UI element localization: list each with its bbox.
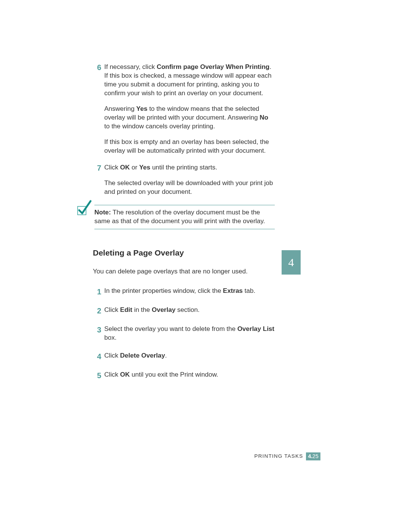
step-paragraph: Click OK or Yes until the printing start… (104, 163, 275, 172)
step-paragraph: Click Edit in the Overlay section. (104, 306, 275, 315)
step-paragraph: If necessary, click Confirm page Overlay… (104, 63, 275, 98)
step-body: In the printer properties window, click … (104, 287, 275, 297)
note-text: Note: The resolution of the overlay docu… (94, 205, 275, 229)
step-number: 5 (93, 371, 101, 380)
step-number: 7 (93, 163, 101, 197)
step-number: 2 (93, 306, 101, 316)
step-body: Click OK or Yes until the printing start… (104, 163, 275, 197)
step-number: 4 (93, 351, 101, 361)
note-block: Note: The resolution of the overlay docu… (93, 205, 275, 229)
step: 5Click OK until you exit the Print windo… (93, 371, 275, 380)
step-body: Click Delete Overlay. (104, 351, 275, 361)
section-heading: Deleting a Page Overlay (93, 248, 275, 258)
footer-page-number: 4.25 (306, 452, 320, 460)
step: 4Click Delete Overlay. (93, 351, 275, 361)
page-footer: PRINTING TASKS 4.25 (0, 452, 411, 460)
step-paragraph: Select the overlay you want to delete fr… (104, 325, 275, 342)
step: 3Select the overlay you want to delete f… (93, 325, 275, 342)
checkmark-icon (77, 200, 92, 216)
step: 2Click Edit in the Overlay section. (93, 306, 275, 316)
step-paragraph: In the printer properties window, click … (104, 287, 275, 296)
step-paragraph: The selected overlay will be downloaded … (104, 179, 275, 197)
step: 6If necessary, click Confirm page Overla… (93, 63, 275, 155)
step: 1In the printer properties window, click… (93, 287, 275, 297)
step-number: 1 (93, 287, 101, 297)
step-paragraph: If this box is empty and an overlay has … (104, 138, 275, 155)
steps-top-list: 6If necessary, click Confirm page Overla… (93, 63, 275, 197)
step-number: 6 (93, 63, 101, 155)
chapter-tab: 4 (282, 250, 301, 275)
step-paragraph: Answering Yes to the window means that t… (104, 105, 275, 131)
step-body: Select the overlay you want to delete fr… (104, 325, 275, 342)
step: 7Click OK or Yes until the printing star… (93, 163, 275, 197)
step-paragraph: Click OK until you exit the Print window… (104, 371, 275, 379)
section-intro: You can delete page overlays that are no… (93, 267, 275, 276)
step-body: Click Edit in the Overlay section. (104, 306, 275, 316)
step-number: 3 (93, 325, 101, 342)
step-body: If necessary, click Confirm page Overlay… (104, 63, 275, 155)
step-body: Click OK until you exit the Print window… (104, 371, 275, 380)
page-content: 6If necessary, click Confirm page Overla… (93, 63, 275, 390)
steps-delete-list: 1In the printer properties window, click… (93, 287, 275, 380)
footer-label: PRINTING TASKS (254, 453, 303, 460)
step-paragraph: Click Delete Overlay. (104, 351, 275, 360)
